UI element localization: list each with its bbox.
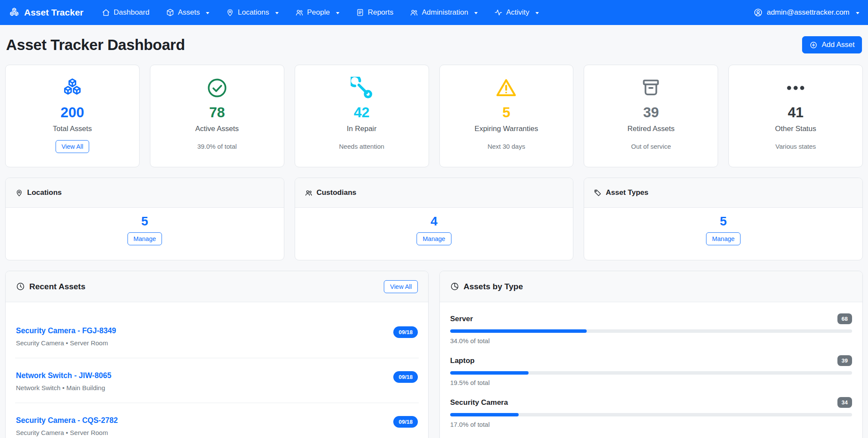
nav-item-people[interactable]: People [295,8,339,17]
stat-note: Various states [775,143,816,150]
asset-meta: Security Camera • Server Room [16,429,118,436]
recent-assets-title: Recent Assets [29,282,85,291]
stat-value: 78 [209,105,225,120]
check-circle-icon [206,76,228,100]
stat-value: 5 [502,105,510,120]
page-header: Asset Tracker Dashboard Add Asset [0,25,868,65]
type-name: Laptop [450,357,475,365]
stat-note: Out of service [631,143,671,150]
plus-circle-icon [809,41,818,49]
brand[interactable]: Asset Tracker [9,7,84,18]
progress-bar [450,371,852,375]
stat-value: 41 [788,105,804,120]
boxes-icon [9,7,20,18]
brand-label: Asset Tracker [24,7,84,18]
date-badge: 09/18 [393,326,418,338]
locations-card: Locations 5 Manage [5,178,284,260]
stat-card-active-assets: 78 Active Assets 39.0% of total [150,65,284,167]
page-title: Asset Tracker Dashboard [6,36,185,53]
geo-pin-icon [226,8,234,17]
recent-assets-list: Security Camera - FGJ-8349 Security Came… [6,302,428,438]
recent-assets-header: Recent Assets View All [6,271,428,302]
asset-types-count: 5 [720,215,727,228]
add-asset-button[interactable]: Add Asset [802,36,862,53]
type-row: Security Camera 34 17.0% of total [450,397,852,429]
asset-meta: Network Switch • Main Building [16,384,111,391]
asset-link[interactable]: Security Camera - CQS-2782 [16,416,118,425]
tags-icon [594,189,602,197]
assets-by-type-title: Assets by Type [464,282,523,291]
boxes-icon [61,76,84,100]
journal-icon [356,8,364,17]
stat-card-other-status: 41 Other Status Various states [728,65,863,167]
locations-count: 5 [141,215,148,228]
stat-label: Other Status [775,125,816,133]
assets-by-type-header: Assets by Type [440,271,862,302]
nav-item-reports[interactable]: Reports [356,8,394,17]
progress-fill [450,413,519,416]
stat-card-expiring-warranties: 5 Expiring Warranties Next 30 days [439,65,574,167]
chevron-down-icon [275,12,279,14]
type-percent: 19.5% of total [450,379,852,387]
people-icon [295,8,304,17]
nav-item-locations[interactable]: Locations [226,8,279,17]
person-circle-icon [753,8,763,17]
type-name: Server [450,315,473,323]
progress-fill [450,371,529,375]
progress-bar [450,329,852,333]
bottom-row: Recent Assets View All Security Camera -… [0,271,868,438]
custodians-count: 4 [430,215,437,228]
stat-label: Expiring Warranties [475,125,538,133]
user-menu[interactable]: admin@assettracker.com [753,8,859,17]
count-badge: 39 [837,355,852,366]
count-badge: 34 [837,397,852,408]
stat-card-in-repair: 42 In Repair Needs attention [295,65,429,167]
manage-row: Locations 5 Manage Custodians 4 Manage A… [0,178,868,260]
locations-card-header: Locations [6,178,284,208]
manage-locations-button[interactable]: Manage [128,232,162,245]
list-item: Security Camera - FGJ-8349 Security Came… [15,313,419,358]
type-row: Laptop 39 19.5% of total [450,355,852,387]
geo-pin-icon [15,189,23,197]
people-icon [410,8,418,17]
top-navbar: Asset Tracker Dashboard Assets Locations… [0,0,868,25]
view-all-button[interactable]: View All [384,280,418,293]
recent-assets-card: Recent Assets View All Security Camera -… [5,271,429,438]
stat-value: 200 [60,105,84,120]
manage-asset-types-button[interactable]: Manage [706,232,740,245]
assets-by-type-card: Assets by Type Server 68 34.0% of total … [439,271,863,438]
view-all-button[interactable]: View All [56,140,90,153]
nav-item-assets[interactable]: Assets [166,8,209,17]
chevron-down-icon [336,12,339,14]
house-icon [102,8,110,17]
custodians-card-header: Custodians [295,178,573,208]
user-email: admin@assettracker.com [767,8,849,17]
wrench-icon [351,76,373,100]
asset-link[interactable]: Network Switch - JIW-8065 [16,371,111,380]
asset-types-card-header: Asset Types [584,178,862,208]
count-badge: 68 [837,313,852,324]
asset-link[interactable]: Security Camera - FGJ-8349 [16,326,116,335]
progress-fill [450,329,587,333]
stat-card-total-assets: 200 Total Assets View All [5,65,140,167]
date-badge: 09/18 [393,416,418,428]
type-row: Server 68 34.0% of total [450,313,852,345]
nav-item-dashboard[interactable]: Dashboard [102,8,149,17]
date-badge: 09/18 [393,371,418,383]
stat-label: Retired Assets [627,125,675,133]
asset-types-card: Asset Types 5 Manage [584,178,863,260]
warning-triangle-icon [495,76,517,100]
three-dots-icon [784,76,807,100]
stat-value: 42 [354,105,370,120]
manage-custodians-button[interactable]: Manage [417,232,451,245]
asset-meta: Security Camera • Server Room [16,339,116,347]
nav-item-administration[interactable]: Administration [410,8,478,17]
assets-by-type-list: Server 68 34.0% of total Laptop 39 19.5%… [440,302,862,438]
stat-note: Next 30 days [488,143,526,150]
progress-bar [450,413,852,416]
list-item: Security Camera - CQS-2782 Security Came… [15,403,419,438]
stat-label: Active Assets [195,125,239,133]
nav-item-activity[interactable]: Activity [494,8,539,17]
chevron-down-icon [206,12,209,14]
stat-label: Total Assets [53,125,92,133]
